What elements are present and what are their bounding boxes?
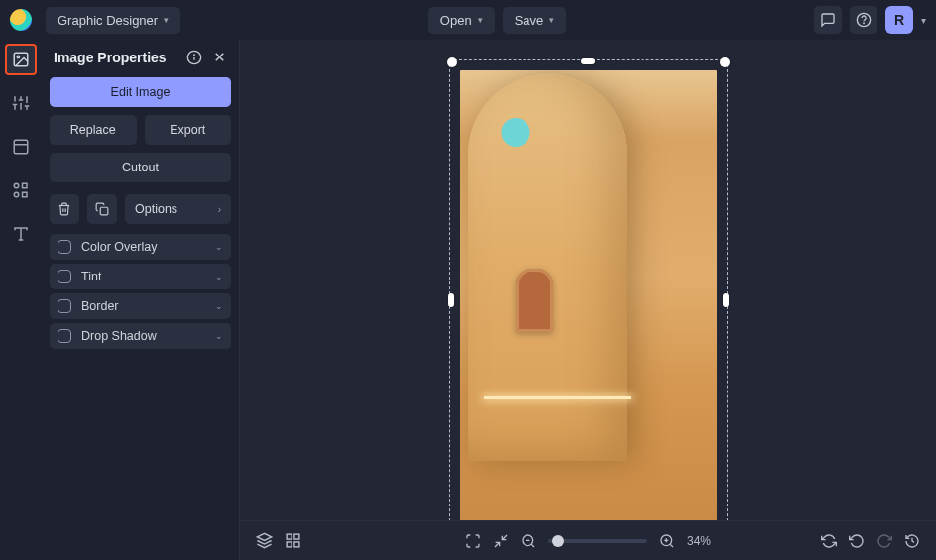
checkbox-icon [58, 299, 71, 313]
minimize-icon [493, 533, 509, 549]
properties-panel: Image Properties Edit Image Replace Expo… [42, 40, 240, 560]
cutout-button[interactable]: Cutout [50, 153, 231, 182]
replace-button[interactable]: Replace [50, 115, 137, 145]
top-bar: Graphic Designer ▾ Open ▾ Save ▾ R ▾ [0, 0, 936, 40]
undo-icon [849, 533, 865, 549]
user-avatar[interactable]: R [885, 6, 913, 34]
reset-button[interactable] [821, 533, 837, 549]
zoom-in-button[interactable] [659, 533, 675, 549]
resize-handle-tl[interactable] [447, 57, 457, 67]
tool-image[interactable] [5, 44, 37, 75]
refresh-icon [821, 533, 837, 549]
chevron-down-icon: ⌄ [215, 242, 223, 252]
zoom-out-button[interactable] [521, 533, 536, 549]
chevron-right-icon: › [218, 204, 221, 215]
image-content [460, 70, 717, 530]
save-label: Save [515, 13, 544, 28]
undo-button[interactable] [849, 533, 865, 549]
chevron-down-icon: ▾ [478, 15, 483, 25]
svg-point-1 [864, 23, 865, 24]
tool-text[interactable] [5, 218, 37, 250]
slider-knob[interactable] [552, 535, 564, 547]
svg-point-17 [14, 192, 19, 197]
save-dropdown[interactable]: Save ▾ [503, 7, 567, 34]
resize-handle-tr[interactable] [720, 57, 730, 67]
tool-elements[interactable] [5, 174, 37, 206]
zoom-slider[interactable] [548, 539, 647, 543]
accordion-label: Border [81, 299, 119, 313]
svg-point-15 [14, 183, 19, 188]
fullscreen-button[interactable] [465, 533, 481, 549]
help-icon [856, 12, 872, 28]
canvas-bottom-bar: 34% [240, 520, 936, 560]
checkbox-icon [58, 329, 71, 343]
accordion-label: Color Overlay [81, 240, 157, 254]
chat-icon [820, 12, 836, 28]
panel-info-button[interactable] [186, 50, 202, 65]
comments-button[interactable] [814, 6, 842, 34]
delete-button[interactable] [50, 194, 79, 224]
edit-image-button[interactable]: Edit Image [50, 77, 231, 107]
layers-button[interactable] [256, 532, 273, 549]
accordion-label: Drop Shadow [81, 329, 157, 343]
fit-button[interactable] [493, 533, 509, 549]
chevron-down-icon: ▾ [549, 15, 554, 25]
zoom-out-icon [521, 533, 536, 549]
grid-button[interactable] [285, 532, 301, 549]
svg-rect-16 [23, 183, 28, 188]
grid-icon [285, 532, 301, 549]
chevron-down-icon: ▾ [164, 15, 169, 25]
svg-rect-13 [14, 140, 28, 154]
svg-point-3 [17, 56, 19, 57]
help-button[interactable] [850, 6, 878, 34]
accordion-color-overlay[interactable]: Color Overlay ⌄ [50, 234, 231, 260]
svg-point-23 [194, 55, 195, 56]
accordion-border[interactable]: Border ⌄ [50, 293, 231, 319]
account-chevron-down-icon[interactable]: ▾ [921, 15, 926, 26]
redo-button[interactable] [877, 533, 892, 549]
mode-dropdown[interactable]: Graphic Designer ▾ [46, 7, 180, 34]
history-button[interactable] [904, 533, 920, 549]
close-icon [212, 50, 227, 64]
redo-icon [877, 533, 892, 549]
duplicate-button[interactable] [87, 194, 117, 224]
mode-label: Graphic Designer [58, 13, 158, 28]
svg-rect-29 [294, 534, 299, 539]
info-icon [186, 50, 202, 65]
svg-rect-30 [287, 542, 292, 547]
resize-handle-r[interactable] [723, 293, 729, 307]
export-button[interactable]: Export [145, 115, 232, 145]
copy-icon [95, 202, 109, 216]
panel-close-button[interactable] [212, 50, 227, 65]
sliders-icon [12, 94, 30, 112]
zoom-in-icon [659, 533, 675, 549]
tool-adjustments[interactable] [5, 87, 37, 119]
layout-icon [12, 138, 30, 156]
app-logo[interactable] [10, 9, 32, 31]
maximize-icon [465, 533, 481, 549]
svg-rect-18 [23, 192, 28, 197]
resize-handle-l[interactable] [448, 293, 454, 307]
resize-handle-t[interactable] [581, 58, 595, 64]
layers-icon [256, 532, 273, 549]
open-label: Open [440, 13, 472, 28]
selected-image[interactable] [452, 62, 725, 538]
options-dropdown[interactable]: Options › [125, 194, 231, 224]
chevron-down-icon: ⌄ [215, 272, 223, 281]
image-icon [12, 51, 30, 68]
tool-template[interactable] [5, 131, 37, 163]
accordion-drop-shadow[interactable]: Drop Shadow ⌄ [50, 323, 231, 349]
trash-icon [58, 202, 71, 216]
shapes-icon [12, 181, 30, 199]
canvas[interactable]: 34% [240, 40, 936, 560]
chevron-down-icon: ⌄ [215, 301, 223, 311]
checkbox-icon [58, 270, 71, 283]
svg-line-33 [531, 544, 534, 547]
accordion-label: Tint [81, 270, 101, 283]
open-dropdown[interactable]: Open ▾ [428, 7, 495, 34]
svg-rect-31 [294, 542, 299, 547]
tool-rail [0, 40, 42, 560]
svg-line-36 [670, 544, 673, 547]
accordion-tint[interactable]: Tint ⌄ [50, 264, 231, 289]
zoom-percent-label: 34% [687, 534, 711, 548]
